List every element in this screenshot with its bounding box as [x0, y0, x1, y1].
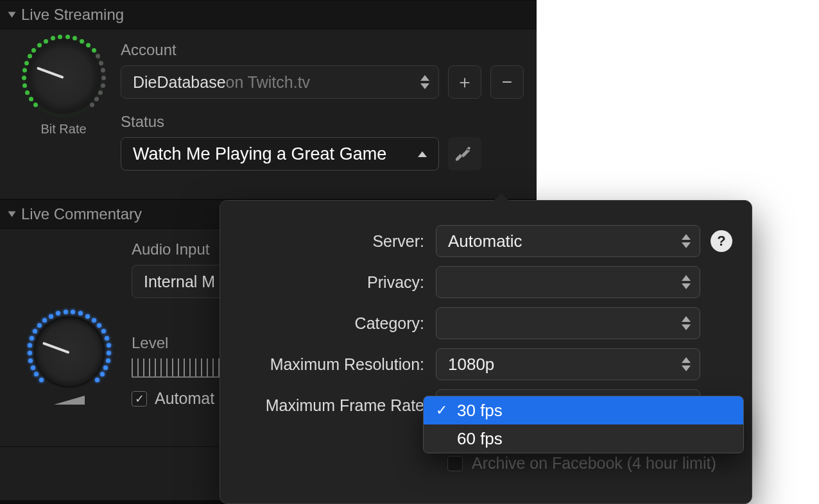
status-value: Watch Me Playing a Great Game [133, 144, 386, 164]
volume-wedge-icon [54, 396, 85, 405]
archive-facebook-checkbox[interactable]: ✓ [447, 456, 463, 471]
automat-label: Automat [155, 389, 214, 408]
stepper-arrows-icon [682, 357, 691, 371]
max-frame-rate-label: Maximum Frame Rate [239, 396, 436, 415]
frame-rate-option-30[interactable]: ✓ 30 fps [424, 396, 743, 424]
status-input[interactable]: Watch Me Playing a Great Game [121, 137, 439, 171]
category-dropdown[interactable] [436, 307, 700, 339]
audio-input-value: Internal M [144, 273, 215, 291]
section-title: Live Commentary [21, 205, 142, 223]
max-resolution-value: 1080p [448, 355, 494, 374]
account-label: Account [121, 41, 524, 59]
archive-facebook-label: Archive on Facebook (4 hour limit) [472, 454, 716, 473]
checkmark-icon: ✓ [435, 402, 448, 419]
upload-arrow-icon [418, 151, 427, 157]
section-live-streaming: Live Streaming Bit Rate Account DieDatab… [0, 0, 537, 199]
section-header-live-streaming[interactable]: Live Streaming [0, 1, 537, 29]
menu-item-label: 60 fps [457, 429, 503, 449]
stepper-arrows-icon [682, 234, 691, 248]
server-dropdown[interactable]: Automatic [436, 225, 700, 257]
status-label: Status [121, 113, 524, 131]
remove-account-button[interactable]: − [490, 65, 524, 99]
section-title: Live Streaming [21, 6, 124, 24]
level-knob[interactable] [34, 316, 105, 387]
frame-rate-menu: ✓ 30 fps 60 fps [423, 396, 744, 453]
account-service: on Twitch.tv [226, 73, 311, 92]
disclosure-triangle-icon [8, 212, 16, 217]
automat-checkbox[interactable]: ✓ [132, 391, 147, 407]
stream-settings-button[interactable] [448, 137, 481, 171]
category-label: Category: [239, 314, 436, 333]
audio-input-dropdown[interactable]: Internal M [132, 265, 228, 298]
stream-settings-popover: Server: Automatic ? Privacy: Category: [220, 200, 752, 504]
server-label: Server: [239, 232, 436, 251]
account-value: DieDatabase [133, 73, 226, 92]
tools-icon [456, 145, 474, 163]
bit-rate-label: Bit Rate [40, 122, 86, 137]
level-slider[interactable] [132, 358, 228, 378]
privacy-label: Privacy: [239, 273, 436, 292]
disclosure-triangle-icon [8, 12, 16, 18]
server-value: Automatic [448, 231, 522, 251]
max-resolution-dropdown[interactable]: 1080p [436, 348, 700, 380]
add-account-button[interactable]: ＋ [448, 65, 481, 99]
bit-rate-knob[interactable] [28, 41, 99, 112]
privacy-dropdown[interactable] [436, 266, 700, 298]
stepper-arrows-icon [420, 75, 429, 89]
stepper-arrows-icon [682, 316, 691, 330]
max-resolution-label: Maximum Resolution: [239, 355, 436, 374]
menu-item-label: 30 fps [457, 401, 503, 421]
help-button[interactable]: ? [711, 230, 732, 252]
account-dropdown[interactable]: DieDatabase on Twitch.tv [121, 65, 439, 99]
frame-rate-option-60[interactable]: 60 fps [424, 424, 743, 453]
stepper-arrows-icon [682, 275, 691, 289]
